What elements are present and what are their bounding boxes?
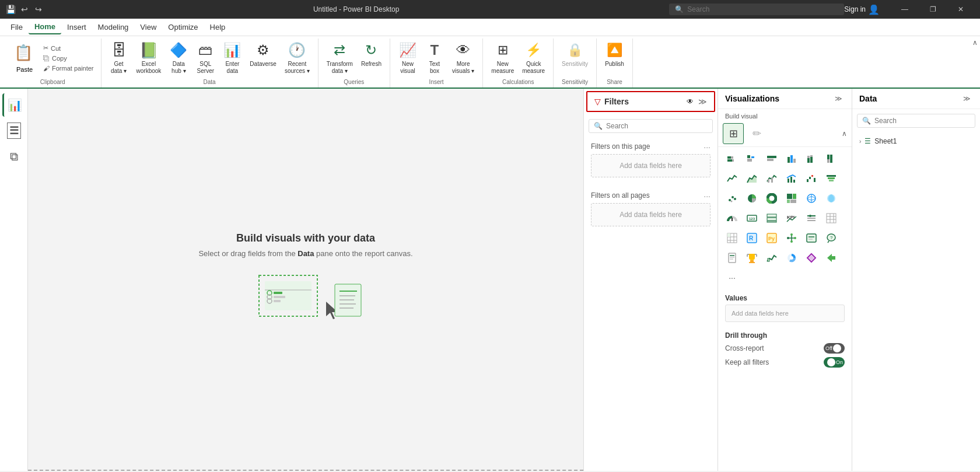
menu-optimize[interactable]: Optimize (162, 20, 204, 34)
filters-expand-icon[interactable]: ≫ (698, 97, 707, 106)
menu-modeling[interactable]: Modeling (92, 20, 135, 34)
viz-matrix[interactable] (723, 229, 741, 247)
viz-stacked-bar[interactable] (723, 149, 741, 168)
viz-area[interactable] (743, 169, 761, 188)
cross-report-toggle[interactable]: Off (824, 343, 845, 354)
viz-scatter[interactable] (723, 189, 741, 208)
sensitivity-button[interactable]: 🔒 Sensitivity (558, 39, 592, 70)
sign-in-button[interactable]: Sign in 👤 (844, 4, 880, 15)
menu-file[interactable]: File (5, 20, 29, 34)
viz-qna[interactable]: ? (822, 229, 841, 247)
keep-filters-knob (827, 358, 835, 366)
keep-filters-toggle[interactable]: On (824, 357, 845, 368)
viz-values-dropzone: Add data fields here (725, 305, 845, 322)
viz-r-visual[interactable]: R (743, 229, 761, 247)
save-icon[interactable]: 💾 (6, 5, 15, 14)
viz-paginated[interactable] (723, 249, 741, 267)
viz-filled-map[interactable] (822, 189, 841, 208)
menu-home[interactable]: Home (29, 20, 61, 34)
data-hub-button[interactable]: 🔷 Datahub ▾ (166, 39, 191, 77)
menu-view[interactable]: View (134, 20, 162, 34)
viz-funnel[interactable] (822, 169, 841, 188)
viz-table-icon[interactable]: ⊞ (723, 123, 744, 144)
viz-arrow[interactable] (822, 249, 841, 267)
svg-rect-111 (768, 258, 769, 261)
viz-line-stacked[interactable] (782, 169, 801, 188)
viz-card[interactable]: 123 (743, 209, 761, 228)
viz-decomp-tree[interactable] (782, 229, 801, 247)
nav-data-view[interactable]: ☰ (2, 119, 26, 142)
viz-slicer[interactable] (802, 209, 821, 228)
minimize-button[interactable]: — (891, 0, 918, 19)
data-tree: › ☰ Sheet1 (852, 132, 980, 150)
viz-more-options[interactable]: ··· (723, 268, 741, 287)
viz-stacked-bar-100[interactable] (762, 149, 781, 168)
menu-help[interactable]: Help (204, 20, 232, 34)
viz-scroll-up[interactable]: ∧ (842, 130, 847, 138)
data-tree-sheet1[interactable]: › ☰ Sheet1 (859, 135, 973, 148)
filters-all-pages-more[interactable]: ··· (704, 191, 710, 201)
viz-clustered-column[interactable] (782, 149, 801, 168)
viz-waterfall[interactable] (802, 169, 821, 188)
viz-clustered-bar[interactable] (743, 149, 761, 168)
sql-server-button[interactable]: 🗃 SQLServer (192, 39, 218, 77)
viz-line-clustered[interactable] (762, 169, 781, 188)
filters-eye-icon[interactable]: 👁 (687, 97, 694, 106)
viz-kpi[interactable]: KPI (782, 209, 801, 228)
viz-gauge[interactable] (723, 209, 741, 228)
viz-treemap[interactable] (782, 189, 801, 208)
viz-pie[interactable] (743, 189, 761, 208)
paste-button[interactable]: 📋 Paste (9, 39, 40, 78)
redo-icon[interactable]: ↪ (34, 5, 43, 14)
viz-pencil-icon[interactable]: ✏ (746, 123, 767, 144)
viz-table-vis[interactable] (822, 209, 841, 228)
new-visual-button[interactable]: 📈 Newvisual (395, 39, 421, 77)
viz-trophy[interactable] (743, 249, 761, 267)
enter-data-button[interactable]: 📊 Enterdata (219, 39, 245, 77)
close-button[interactable]: ✕ (947, 0, 974, 19)
data-expand-icon[interactable]: ≫ (961, 93, 973, 104)
maximize-button[interactable]: ❐ (919, 0, 946, 19)
excel-workbook-button[interactable]: 📗 Excelworkbook (133, 39, 165, 77)
new-measure-button[interactable]: ⊞ Newmeasure (488, 39, 517, 77)
viz-donut[interactable] (762, 189, 781, 208)
get-data-button[interactable]: 🗄 Getdata ▾ (106, 39, 132, 77)
viz-diamond[interactable] (802, 249, 821, 267)
copy-label: Copy (52, 55, 67, 62)
data-items: 🗄 Getdata ▾ 📗 Excelworkbook 🔷 Datahub ▾ … (106, 39, 313, 78)
viz-stacked-column[interactable] (802, 149, 821, 168)
publish-button[interactable]: 🔼 Publish (601, 39, 628, 70)
filters-this-page-more[interactable]: ··· (704, 142, 710, 152)
viz-custom1[interactable] (762, 249, 781, 267)
filters-search-input[interactable] (606, 122, 708, 130)
svg-rect-3 (274, 292, 282, 294)
text-box-button[interactable]: T Textbox (422, 39, 447, 77)
dataverse-button[interactable]: ⚙ Dataverse (246, 39, 280, 70)
viz-100-stacked-column[interactable] (822, 149, 841, 168)
title-search-box[interactable]: 🔍 (669, 4, 844, 15)
viz-multirow-card[interactable] (762, 209, 781, 228)
undo-icon[interactable]: ↩ (20, 5, 29, 14)
menu-insert[interactable]: Insert (61, 20, 92, 34)
quick-measure-button[interactable]: ⚡ Quickmeasure (519, 39, 548, 77)
filters-search-box[interactable]: 🔍 (589, 119, 713, 133)
viz-custom2[interactable] (782, 249, 801, 267)
data-search-box[interactable]: 🔍 (857, 114, 975, 128)
more-visuals-button[interactable]: 👁 Morevisuals ▾ (449, 39, 478, 77)
copy-button[interactable]: ⿻ Copy (41, 54, 96, 63)
format-painter-button[interactable]: 🖌 Format painter (41, 64, 96, 73)
title-search-input[interactable] (687, 5, 833, 13)
nav-report-view[interactable]: 📊 (2, 93, 26, 117)
data-search-input[interactable] (874, 117, 970, 125)
viz-smart-narrative[interactable] (802, 229, 821, 247)
ribbon-collapse-button[interactable]: ∧ (970, 36, 980, 49)
transform-data-button[interactable]: ⇄ Transformdata ▾ (323, 39, 356, 77)
cut-button[interactable]: ✂ Cut (41, 43, 96, 53)
viz-python-visual[interactable]: Py (762, 229, 781, 247)
nav-model-view[interactable]: ⧉ (2, 145, 26, 168)
viz-expand-icon[interactable]: ≫ (832, 93, 845, 104)
viz-map[interactable] (802, 189, 821, 208)
refresh-button[interactable]: ↻ Refresh (358, 39, 385, 70)
viz-line[interactable] (723, 169, 741, 188)
recent-sources-button[interactable]: 🕐 Recentsources ▾ (281, 39, 313, 77)
